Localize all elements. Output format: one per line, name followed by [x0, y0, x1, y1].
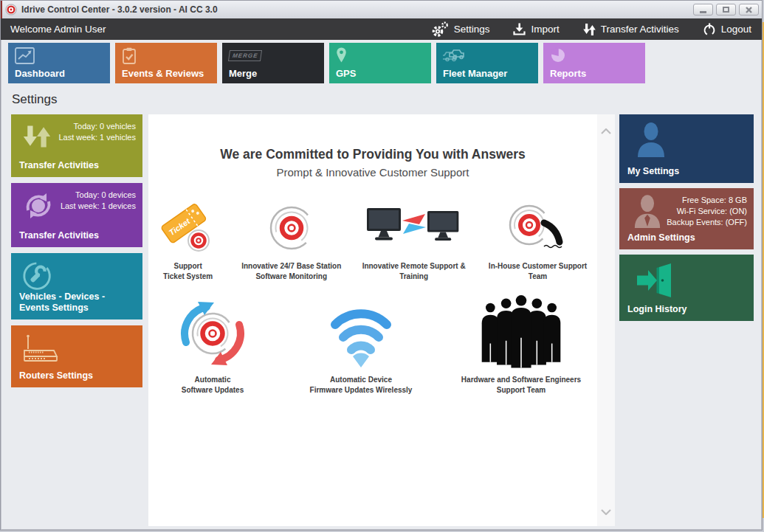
features-row-1: Ticket SupportTicket System Innovative 2… — [148, 201, 597, 282]
transfer-arrows-icon — [583, 23, 596, 36]
scroll-up-button[interactable] — [597, 123, 615, 139]
nav-tile-label: Reports — [550, 68, 586, 79]
chevron-up-icon — [601, 128, 611, 134]
support-ticket-icon: Ticket — [159, 201, 218, 255]
cars-icon — [443, 47, 467, 66]
feature-remote-support: Innovative Remote Support &Training — [355, 201, 472, 282]
window-title: Idrive Control Center - 3.0.2 version - … — [21, 4, 218, 15]
title-bar[interactable]: Idrive Control Center - 3.0.2 version - … — [1, 1, 762, 18]
tile-label: Vehicles - Devices - Events Settings — [19, 291, 134, 314]
feature-auto-updates: AutomaticSoftware Updates — [151, 298, 275, 395]
chart-icon — [15, 47, 35, 67]
nav-tile-label: Fleet Manager — [443, 68, 507, 79]
tile-label: My Settings — [627, 166, 679, 177]
app-window: Idrive Control Center - 3.0.2 version - … — [0, 0, 763, 531]
tile-admin-settings[interactable]: Free Space: 8 GBWi-Fi Service: (ON)Backu… — [619, 188, 754, 249]
close-icon — [746, 7, 752, 13]
chevron-down-icon — [601, 509, 611, 515]
tile-transfer-activities-vehicles[interactable]: Today: 0 vehiclesLast week: 1 vehicles T… — [11, 114, 142, 177]
tile-login-history[interactable]: Login History — [619, 255, 754, 321]
feature-firmware-updates: Automatic DeviceFirmware Updates Wireles… — [291, 303, 431, 395]
power-icon — [703, 23, 716, 36]
tile-stats: Free Space: 8 GBWi-Fi Service: (ON)Backu… — [667, 195, 747, 228]
tile-label: Transfer Activities — [19, 230, 99, 241]
auto-update-icon — [176, 298, 249, 369]
support-subtitle: Prompt & Innovative Customer Support — [148, 166, 597, 179]
tile-stats: Today: 0 vehiclesLast week: 1 vehicles — [58, 121, 136, 143]
scroll-down-button[interactable] — [597, 504, 615, 520]
nav-tile-label: Dashboard — [15, 68, 65, 79]
tile-label: Routers Settings — [19, 370, 93, 381]
feature-caption: Automatic DeviceFirmware Updates Wireles… — [310, 375, 413, 395]
gears-icon — [431, 21, 449, 37]
app-logo-icon — [5, 4, 17, 15]
feature-caption: Innovative 24/7 Base StationSoftware Mon… — [241, 261, 341, 282]
menu-bar: Welcome Admin User Settings Import Trans… — [1, 18, 762, 40]
tile-routers-settings[interactable]: Routers Settings — [11, 325, 142, 387]
settings-menu-item[interactable]: Settings — [431, 21, 490, 37]
feature-support-ticket: Ticket SupportTicket System — [148, 201, 227, 282]
feature-inhouse-support: In-House Customer SupportTeam — [478, 201, 597, 282]
remote-monitors-icon — [365, 201, 463, 255]
nav-tile-gps[interactable]: GPS — [329, 43, 431, 83]
tile-label: Admin Settings — [627, 232, 695, 243]
close-button[interactable] — [739, 4, 759, 15]
feature-base-station: Innovative 24/7 Base StationSoftware Mon… — [233, 201, 349, 282]
nav-tile-dashboard[interactable]: Dashboard — [8, 43, 110, 83]
import-menu-item[interactable]: Import — [513, 23, 559, 35]
main-nav: Dashboard Events & Reviews MERGE Merge G… — [1, 40, 762, 83]
clipboard-check-icon — [122, 47, 137, 67]
feature-engineers-team: Hardware and Software EngineersSupport T… — [447, 295, 595, 395]
team-icon — [475, 295, 568, 369]
tile-label: Transfer Activities — [19, 160, 99, 171]
logout-menu-item[interactable]: Logout — [703, 23, 751, 36]
sync-icon — [21, 190, 55, 224]
login-door-icon — [636, 263, 675, 300]
map-pin-icon — [336, 47, 347, 66]
wifi-icon — [326, 303, 396, 369]
maximize-button[interactable] — [716, 4, 736, 15]
content-area: Today: 0 vehiclesLast week: 1 vehicles T… — [1, 114, 762, 530]
screen: Idrive Control Center - 3.0.2 version - … — [0, 0, 764, 532]
features-row-2: AutomaticSoftware Updates Automatic Devi… — [148, 295, 597, 395]
tile-stats: Today: 0 devicesLast week: 1 devices — [61, 190, 136, 212]
nav-tile-merge[interactable]: MERGE Merge — [222, 43, 324, 83]
right-sidebar: My Settings Free Space: 8 GBWi-Fi Servic… — [619, 114, 754, 327]
support-title: We are Committed to Providing You with A… — [148, 147, 597, 162]
scrollbar-track[interactable] — [597, 114, 615, 526]
frame-accent — [1, 1, 2, 18]
router-icon — [21, 333, 60, 367]
transfer-activities-menu-label: Transfer Activities — [601, 24, 679, 35]
minimize-icon — [700, 11, 706, 13]
transfer-activities-menu-item[interactable]: Transfer Activities — [583, 23, 679, 36]
feature-caption: Innovative Remote Support &Training — [362, 261, 466, 282]
nav-tile-events-reviews[interactable]: Events & Reviews — [115, 43, 217, 83]
phone-support-icon — [500, 201, 577, 255]
page-title: Settings — [12, 92, 762, 107]
maximize-icon — [723, 7, 729, 13]
merge-logo: MERGE — [229, 47, 261, 61]
welcome-text: Welcome Admin User — [10, 24, 106, 35]
nav-tile-fleet-manager[interactable]: Fleet Manager — [436, 43, 538, 83]
tile-my-settings[interactable]: My Settings — [619, 114, 754, 183]
import-icon — [513, 23, 526, 35]
pie-chart-icon — [550, 47, 565, 66]
tile-vehicles-devices-events-settings[interactable]: Vehicles - Devices - Events Settings — [11, 253, 142, 319]
feature-caption: In-House Customer SupportTeam — [489, 261, 587, 282]
left-sidebar: Today: 0 vehiclesLast week: 1 vehicles T… — [11, 114, 142, 393]
logout-menu-label: Logout — [721, 24, 751, 35]
menu-items: Settings Import Transfer Activities Logo… — [431, 21, 751, 37]
tile-transfer-activities-devices[interactable]: Today: 0 devicesLast week: 1 devices Tra… — [11, 183, 142, 247]
support-panel: We are Committed to Providing You with A… — [148, 114, 615, 526]
nav-tile-label: GPS — [336, 68, 356, 79]
base-station-target-icon — [263, 201, 320, 255]
nav-tile-label: Events & Reviews — [122, 68, 204, 79]
settings-menu-label: Settings — [454, 24, 490, 35]
person-icon — [633, 194, 662, 232]
window-controls — [693, 4, 759, 15]
import-menu-label: Import — [531, 24, 559, 35]
feature-caption: AutomaticSoftware Updates — [182, 375, 244, 395]
nav-tile-reports[interactable]: Reports — [543, 43, 645, 83]
minimize-button[interactable] — [693, 4, 713, 15]
nav-tile-label: Merge — [229, 68, 257, 79]
